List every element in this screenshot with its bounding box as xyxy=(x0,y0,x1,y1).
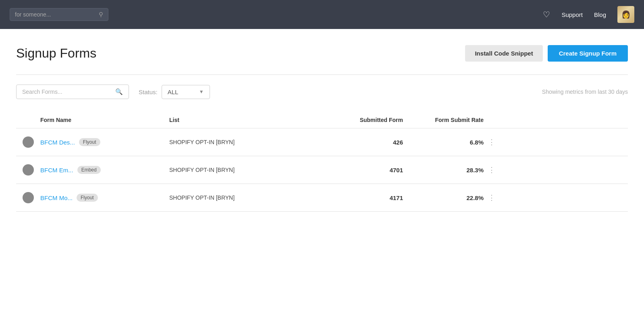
filters-row: 🔍 Status: ALL ▼ Showing metrics from las… xyxy=(16,85,628,99)
support-link[interactable]: Support xyxy=(561,11,583,18)
col-header-actions xyxy=(484,117,500,123)
col-header-submitted: Submitted Form xyxy=(322,117,403,123)
row-name-2: BFCM Em... Embed xyxy=(40,166,169,174)
global-search-icon: ⚲ xyxy=(99,11,103,18)
form-name-link-1[interactable]: BFCM Des... xyxy=(40,139,75,146)
section-divider xyxy=(16,74,628,75)
row-status-3 xyxy=(16,192,40,203)
form-name-link-2[interactable]: BFCM Em... xyxy=(40,167,73,174)
filters-left: 🔍 Status: ALL ▼ xyxy=(16,85,210,99)
row-submitted-1: 426 xyxy=(322,139,403,146)
search-forms-icon: 🔍 xyxy=(115,88,123,95)
row-rate-2: 28.3% xyxy=(403,167,484,174)
main-content: Signup Forms Install Code Snippet Create… xyxy=(0,29,644,314)
row-actions-2[interactable]: ⋮ xyxy=(484,165,500,174)
chevron-down-icon: ▼ xyxy=(199,89,204,95)
blog-link[interactable]: Blog xyxy=(594,11,606,18)
form-type-badge-2: Embed xyxy=(77,166,101,174)
nav-right-area: ♡ Support Blog 👩 xyxy=(543,6,634,23)
avatar-image: 👩 xyxy=(617,6,634,23)
status-dot-2 xyxy=(23,164,34,176)
status-dot-1 xyxy=(23,136,34,148)
forms-table: Form Name List Submitted Form Form Submi… xyxy=(16,112,628,212)
row-actions-1[interactable]: ⋮ xyxy=(484,138,500,147)
status-filter-label: Status: xyxy=(139,89,158,95)
row-actions-3[interactable]: ⋮ xyxy=(484,193,500,202)
form-name-link-3[interactable]: BFCM Mo... xyxy=(40,194,73,201)
row-status-2 xyxy=(16,164,40,176)
status-filter: Status: ALL ▼ xyxy=(139,85,210,99)
table-row: BFCM Mo... Flyout SHOPIFY OPT-IN [BRYN] … xyxy=(16,184,628,212)
nav-search-area: ⚲ xyxy=(10,8,108,21)
global-search-box[interactable]: ⚲ xyxy=(10,8,108,21)
row-list-1: SHOPIFY OPT-IN [BRYN] xyxy=(169,139,322,145)
page-header: Signup Forms Install Code Snippet Create… xyxy=(16,45,628,62)
search-forms-input[interactable] xyxy=(22,89,111,95)
table-header: Form Name List Submitted Form Form Submi… xyxy=(16,112,628,128)
metrics-info: Showing metrics from last 30 days xyxy=(542,89,628,95)
col-header-status xyxy=(16,117,40,123)
row-rate-1: 6.8% xyxy=(403,139,484,146)
col-header-rate: Form Submit Rate xyxy=(403,117,484,123)
top-navigation: ⚲ ♡ Support Blog 👩 xyxy=(0,0,644,29)
row-status-1 xyxy=(16,136,40,148)
page-title: Signup Forms xyxy=(16,46,96,61)
form-type-badge-3: Flyout xyxy=(77,194,98,202)
col-header-list: List xyxy=(169,117,322,123)
global-search-input[interactable] xyxy=(15,11,96,18)
create-signup-form-button[interactable]: Create Signup Form xyxy=(548,45,628,62)
table-row: BFCM Em... Embed SHOPIFY OPT-IN [BRYN] 4… xyxy=(16,156,628,184)
table-row: BFCM Des... Flyout SHOPIFY OPT-IN [BRYN]… xyxy=(16,128,628,156)
header-actions: Install Code Snippet Create Signup Form xyxy=(465,45,628,62)
row-rate-3: 22.8% xyxy=(403,194,484,201)
form-type-badge-1: Flyout xyxy=(79,138,100,146)
row-name-1: BFCM Des... Flyout xyxy=(40,138,169,146)
col-header-form-name: Form Name xyxy=(40,117,169,123)
row-name-3: BFCM Mo... Flyout xyxy=(40,194,169,202)
avatar[interactable]: 👩 xyxy=(617,6,634,23)
notifications-icon[interactable]: ♡ xyxy=(543,10,550,19)
status-selected-value: ALL xyxy=(168,89,179,95)
install-code-snippet-button[interactable]: Install Code Snippet xyxy=(465,45,542,62)
status-dropdown[interactable]: ALL ▼ xyxy=(162,85,210,99)
row-submitted-3: 4171 xyxy=(322,194,403,201)
search-forms-box[interactable]: 🔍 xyxy=(16,85,129,99)
row-list-3: SHOPIFY OPT-IN [BRYN] xyxy=(169,194,322,201)
row-submitted-2: 4701 xyxy=(322,167,403,174)
row-list-2: SHOPIFY OPT-IN [BRYN] xyxy=(169,167,322,173)
status-dot-3 xyxy=(23,192,34,203)
